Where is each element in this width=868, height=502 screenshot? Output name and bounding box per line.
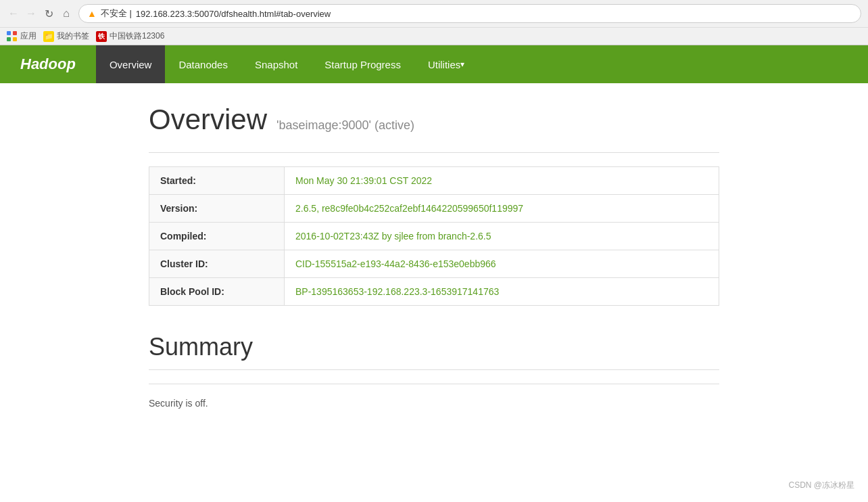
nav-item-datanodes[interactable]: Datanodes <box>165 45 241 83</box>
table-row: Cluster ID: CID-155515a2-e193-44a2-8436-… <box>149 250 719 278</box>
rail-favicon: 铁 <box>96 31 107 42</box>
forward-button[interactable]: → <box>24 7 38 20</box>
row-value-started: Mon May 30 21:39:01 CST 2022 <box>285 167 719 195</box>
row-label-block-pool-id: Block Pool ID: <box>149 278 285 306</box>
table-row: Started: Mon May 30 21:39:01 CST 2022 <box>149 167 719 195</box>
back-button[interactable]: ← <box>7 7 20 20</box>
security-text: Security is off. <box>149 398 719 409</box>
nav-item-overview[interactable]: Overview <box>96 45 166 83</box>
url-warning-text: 不安全 | <box>101 7 132 20</box>
row-label-cluster-id: Cluster ID: <box>149 250 285 278</box>
nav-item-utilities[interactable]: Utilities <box>414 45 478 83</box>
summary-heading: Summary <box>149 333 719 370</box>
row-label-compiled: Compiled: <box>149 223 285 250</box>
rail-bookmark[interactable]: 铁 中国铁路12306 <box>96 30 164 42</box>
url-text: 192.168.223.3:50070/dfshealth.html#tab-o… <box>136 9 331 19</box>
address-bar[interactable]: ▲ 不安全 | 192.168.223.3:50070/dfshealth.ht… <box>78 4 861 23</box>
page-heading: Overview 'baseimage:9000' (active) <box>149 104 719 136</box>
nav-items-list: Overview Datanodes Snapshot Startup Prog… <box>96 45 478 83</box>
page-title: Overview <box>149 104 267 136</box>
reload-button[interactable]: ↻ <box>42 7 55 20</box>
nav-item-snapshot[interactable]: Snapshot <box>241 45 311 83</box>
table-row: Block Pool ID: BP-1395163653-192.168.223… <box>149 278 719 306</box>
page-subtitle: 'baseimage:9000' (active) <box>276 118 414 133</box>
main-nav: Hadoop Overview Datanodes Snapshot Start… <box>0 45 868 83</box>
brand-logo[interactable]: Hadoop <box>0 45 96 83</box>
my-bookmarks-label: 我的书签 <box>57 30 89 42</box>
table-row: Version: 2.6.5, re8c9fe0b4c252caf2ebf146… <box>149 195 719 223</box>
row-value-compiled: 2016-10-02T23:43Z by sjlee from branch-2… <box>285 223 719 250</box>
bookmarks-bar: 应用 📁 我的书签 铁 中国铁路12306 <box>0 27 868 45</box>
row-value-version: 2.6.5, re8c9fe0b4c252caf2ebf146422059965… <box>285 195 719 223</box>
table-row: Compiled: 2016-10-02T23:43Z by sjlee fro… <box>149 223 719 250</box>
my-bookmarks[interactable]: 📁 我的书签 <box>43 30 89 42</box>
browser-chrome: ← → ↻ ⌂ ▲ 不安全 | 192.168.223.3:50070/dfsh… <box>0 0 868 45</box>
overview-table: Started: Mon May 30 21:39:01 CST 2022 Ve… <box>149 166 719 306</box>
apps-icon-group[interactable]: 应用 <box>7 30 37 42</box>
nav-item-startup-progress[interactable]: Startup Progress <box>311 45 414 83</box>
row-value-block-pool-id: BP-1395163653-192.168.223.3-165391714176… <box>285 278 719 306</box>
row-value-cluster-id: CID-155515a2-e193-44a2-8436-e153e0ebb966 <box>285 250 719 278</box>
row-label-started: Started: <box>149 167 285 195</box>
rail-label: 中国铁路12306 <box>110 30 164 42</box>
main-content: Overview 'baseimage:9000' (active) Start… <box>0 83 868 429</box>
apps-label: 应用 <box>20 30 37 42</box>
heading-divider <box>149 152 719 153</box>
summary-divider <box>149 384 719 384</box>
nav-buttons: ← → ↻ ⌂ <box>7 7 73 20</box>
security-warning-icon: ▲ <box>87 8 97 19</box>
browser-toolbar: ← → ↻ ⌂ ▲ 不安全 | 192.168.223.3:50070/dfsh… <box>0 0 868 27</box>
home-button[interactable]: ⌂ <box>59 7 73 20</box>
row-label-version: Version: <box>149 195 285 223</box>
bookmark-folder-icon: 📁 <box>43 31 54 42</box>
